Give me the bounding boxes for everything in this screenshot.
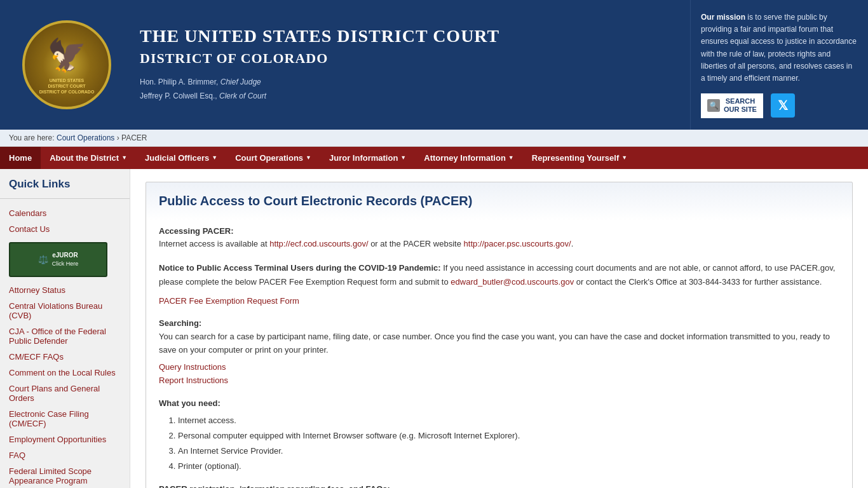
accessing-link2[interactable]: http://pacer.psc.uscourts.gov/ [464,239,571,248]
breadcrumb-current: PACER [121,133,147,142]
ejuror-banner-container[interactable]: ⚖️ eJURORClick Here [9,242,121,277]
page-layout: Quick Links Calendars Contact Us ⚖️ eJUR… [0,169,868,489]
judges-info: Hon. Philip A. Brimmer, Chief Judge Jeff… [140,76,684,103]
accessing-text: Internet access is available at [159,239,269,248]
nav-item-attorney[interactable]: Attorney Information ▼ [415,147,522,169]
seal-inner: 🦅 UNITED STATESDISTRICT COURTDISTRICT OF… [39,35,95,95]
header-logo: 🦅 UNITED STATESDISTRICT COURTDISTRICT OF… [0,0,133,130]
accessing-label: Accessing PACER: [159,226,234,236]
twitter-button[interactable]: 𝕏 [771,93,795,118]
mission-strong: Our mission [701,13,745,22]
what-you-need-section: What you need: Internet access. Personal… [159,397,839,473]
sidebar-link-federal-limited[interactable]: Federal Limited Scope Appearance Program [0,463,130,489]
sidebar-link-contact[interactable]: Contact Us [0,221,130,237]
sidebar-link-faq[interactable]: FAQ [0,447,130,463]
notice-section: Notice to Public Access Terminal Users d… [159,261,839,308]
accessing-text3: . [571,239,574,248]
search-label: SearchOur Site [724,97,757,114]
accessing-paragraph: Accessing PACER: Internet access is avai… [159,225,839,252]
fee-exemption-link[interactable]: PACER Fee Exemption Request Form [159,296,299,306]
chevron-down-icon: ▼ [306,154,311,161]
list-item: Printer (optional). [178,460,839,473]
notice-paragraph: Notice to Public Access Terminal Users d… [159,261,839,289]
nav-link-about[interactable]: About the District ▼ [41,147,136,169]
mission-body: is to serve the public by providing a fa… [701,13,857,83]
what-you-need-label: What you need: [159,397,839,410]
search-twitter-bar: 🔍 SearchOur Site 𝕏 [701,93,858,118]
search-button[interactable]: 🔍 SearchOur Site [701,93,763,118]
breadcrumb-link[interactable]: Court Operations [57,133,114,142]
sidebar-link-cmecf-faqs[interactable]: CM/ECF FAQs [0,349,130,365]
searching-section: Searching: You can search for a case by … [159,317,839,387]
sidebar-link-local-rules[interactable]: Comment on the Local Rules [0,365,130,381]
nav-link-home[interactable]: Home [0,147,41,169]
accessing-link1[interactable]: http://ecf.cod.uscourts.gov/ [269,239,368,248]
ejuror-icon: ⚖️ [38,255,48,264]
mission-section: Our mission is to serve the public by pr… [690,0,868,130]
ejuror-banner[interactable]: ⚖️ eJURORClick Here [9,242,107,277]
report-link[interactable]: Report Instructions [159,376,228,385]
list-item: Internet access. [178,414,839,428]
clerk-name: Jeffrey P. Colwell Esq., [140,92,217,100]
chief-judge-title: Chief Judge [220,78,261,86]
list-item: An Internet Service Provider. [178,445,839,458]
page-title: Public Access to Court Electronic Record… [159,194,839,214]
clerk-title: Clerk of Court [219,92,266,100]
nav-item-juror[interactable]: Juror Information ▼ [320,147,415,169]
breadcrumb-separator: › [117,133,119,142]
eagle-icon: 🦅 [39,35,95,76]
nav-link-judicial[interactable]: Judicial Officers ▼ [136,147,226,169]
mission-text: Our mission is to serve the public by pr… [701,11,858,85]
sidebar-link-ecf[interactable]: Electronic Case Filing (CM/ECF) [0,406,130,431]
nav-item-about[interactable]: About the District ▼ [41,147,136,169]
sidebar-link-court-plans[interactable]: Court Plans and General Orders [0,381,130,406]
header-title-section: The United States District Court Distric… [133,0,690,130]
nav-item-representing[interactable]: Representing Yourself ▼ [523,147,636,169]
nav-link-representing[interactable]: Representing Yourself ▼ [523,147,636,169]
court-name-line2: District of Colorado [140,50,684,67]
content-box: Public Access to Court Electronic Record… [146,182,853,489]
nav-link-court-ops[interactable]: Court Operations ▼ [226,147,320,169]
fee-exemption-paragraph: PACER Fee Exemption Request Form [159,294,839,308]
searching-links: Query Instructions Report Instructions [159,361,839,388]
breadcrumb: You are here: Court Operations › PACER [0,130,868,147]
needs-list: Internet access. Personal computer equip… [178,414,839,473]
sidebar-link-cja[interactable]: CJA - Office of the Federal Public Defen… [0,323,130,349]
registration-paragraph: PACER registration, information regardin… [159,483,839,488]
chief-judge-line: Hon. Philip A. Brimmer, Chief Judge [140,76,684,90]
registration-section: PACER registration, information regardin… [159,483,839,488]
chief-judge-name: Hon. Philip A. Brimmer, [140,78,218,86]
registration-label: PACER registration, information regardin… [159,484,390,488]
chevron-down-icon: ▼ [400,154,406,161]
list-item: Personal computer equipped with Internet… [178,430,839,443]
chevron-down-icon: ▼ [121,154,127,161]
sidebar-link-employment[interactable]: Employment Opportunities [0,431,130,447]
sidebar-link-attorney-status[interactable]: Attorney Status [0,282,130,298]
searching-paragraph: Searching: You can search for a case by … [159,317,839,356]
nav-link-attorney[interactable]: Attorney Information ▼ [415,147,522,169]
sidebar: Quick Links Calendars Contact Us ⚖️ eJUR… [0,169,130,489]
nav-item-judicial[interactable]: Judicial Officers ▼ [136,147,226,169]
chevron-down-icon: ▼ [508,154,514,161]
query-link[interactable]: Query Instructions [159,362,226,372]
nav-item-court-ops[interactable]: Court Operations ▼ [226,147,320,169]
main-content: Public Access to Court Electronic Record… [130,169,868,489]
nav-item-home[interactable]: Home [0,147,41,169]
main-nav: Home About the District ▼ Judicial Offic… [0,147,868,169]
nav-link-juror[interactable]: Juror Information ▼ [320,147,415,169]
sidebar-title: Quick Links [0,178,130,199]
court-name-line1: The United States District Court [140,26,684,46]
search-icon: 🔍 [707,99,720,112]
sidebar-link-cvb[interactable]: Central Violations Bureau (CVB) [0,298,130,323]
chevron-down-icon: ▼ [212,154,217,161]
clerk-line: Jeffrey P. Colwell Esq., Clerk of Court [140,90,684,104]
searching-label: Searching: [159,318,201,328]
court-seal: 🦅 UNITED STATESDISTRICT COURTDISTRICT OF… [22,20,111,109]
sidebar-link-calendars[interactable]: Calendars [0,205,130,221]
notice-text2: or contact the Clerk's Office at 303-844… [574,277,822,287]
chevron-down-icon: ▼ [621,154,627,161]
ejuror-label: eJURORClick Here [52,251,79,268]
notice-email-link[interactable]: edward_butler@cod.uscourts.gov [451,277,574,287]
accessing-section: Accessing PACER: Internet access is avai… [159,225,839,252]
searching-text: You can search for a case by participant… [159,332,830,355]
